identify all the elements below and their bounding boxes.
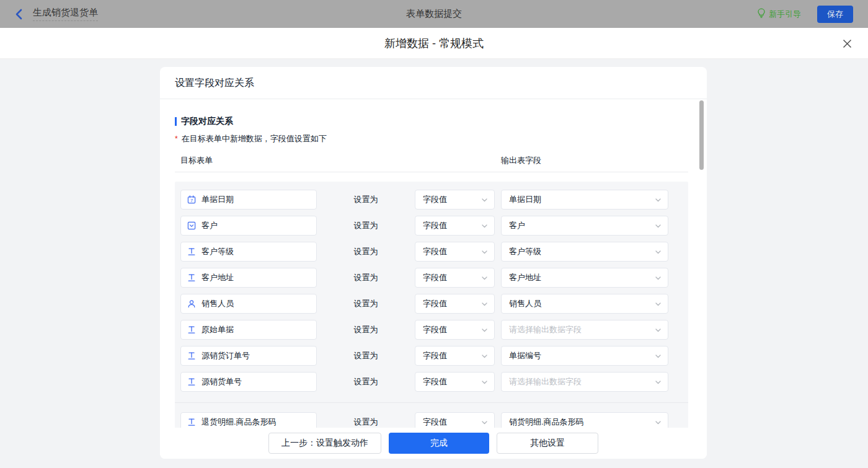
output-field-select[interactable]: 销售人员: [501, 294, 668, 314]
set-as-label: 设置为: [323, 194, 409, 205]
lightbulb-icon: [757, 8, 766, 20]
text-field-icon: [187, 325, 196, 334]
text-field-icon: [187, 418, 196, 426]
calendar-field-icon: 7: [187, 195, 196, 204]
previous-step-button[interactable]: 上一步：设置触发动作: [268, 433, 381, 454]
field-mapping-row: 销售人员 设置为 字段值 销售人员: [180, 294, 668, 314]
output-field-select[interactable]: 销货明细.商品条形码: [501, 412, 668, 428]
scrollbar-thumb[interactable]: [699, 100, 704, 170]
target-field-label: 原始单据: [202, 324, 234, 335]
value-type-select[interactable]: 字段值: [415, 242, 495, 262]
header-divider: [175, 172, 688, 172]
target-field[interactable]: 客户地址: [180, 268, 317, 288]
close-icon: [843, 39, 852, 48]
output-field-select[interactable]: 客户地址: [501, 268, 668, 288]
set-as-label: 设置为: [323, 246, 409, 257]
text-field-icon: [187, 377, 196, 386]
other-settings-button[interactable]: 其他设置: [497, 433, 598, 454]
target-field-label: 客户等级: [202, 246, 234, 257]
dialog-titlebar: 新增数据 - 常规模式: [0, 28, 868, 59]
value-type-value: 字段值: [423, 350, 477, 361]
chevron-down-icon: [655, 275, 662, 281]
value-type-select[interactable]: 字段值: [415, 346, 495, 366]
chevron-down-icon: [655, 196, 662, 203]
value-type-select[interactable]: 字段值: [415, 268, 495, 288]
output-field-select[interactable]: 单据编号: [501, 346, 668, 366]
save-button[interactable]: 保存: [817, 6, 853, 23]
chevron-down-icon: [655, 327, 662, 333]
user-field-icon: [187, 299, 196, 308]
value-type-select[interactable]: 字段值: [415, 372, 495, 392]
field-mapping-row: 客户等级 设置为 字段值 客户等级: [180, 242, 668, 262]
target-field-label: 退货明细.商品条形码: [202, 417, 277, 428]
set-as-label: 设置为: [323, 272, 409, 283]
field-mapping-row: 原始单据 设置为 字段值 请选择输出数据字段: [180, 320, 668, 340]
target-field[interactable]: 客户: [180, 216, 317, 236]
chevron-down-icon: [655, 379, 662, 386]
back-button[interactable]: 生成销货退货单: [15, 7, 98, 21]
target-field[interactable]: 客户等级: [180, 242, 317, 262]
chevron-down-icon: [481, 419, 488, 426]
dialog-body: 设置字段对应关系 字段对应关系 * 在目标表单中新增数据，字段值设置如下 目标表…: [0, 59, 868, 468]
field-mapping-row: 7 单据日期 设置为 字段值 单据日期: [180, 190, 668, 210]
form-name[interactable]: 生成销货退货单: [33, 7, 98, 21]
done-button[interactable]: 完成: [389, 433, 489, 454]
guide-button[interactable]: 新手引导: [757, 8, 801, 20]
field-mapping-row: 源销货订单号 设置为 字段值 单据编号: [180, 346, 668, 366]
column-header-target: 目标表单: [180, 155, 317, 166]
output-field-value: 单据编号: [509, 350, 651, 361]
output-field-value: 请选择输出数据字段: [509, 324, 651, 335]
text-field-icon: [187, 351, 196, 360]
output-field-value: 请选择输出数据字段: [509, 376, 651, 387]
value-type-value: 字段值: [423, 220, 477, 231]
chevron-down-icon: [655, 301, 662, 307]
value-type-value: 字段值: [423, 417, 477, 428]
set-as-label: 设置为: [323, 220, 409, 231]
output-field-select[interactable]: 客户等级: [501, 242, 668, 262]
chevron-down-icon: [655, 419, 662, 426]
output-field-value: 客户等级: [509, 246, 651, 257]
card-footer: 上一步：设置触发动作 完成 其他设置: [160, 428, 707, 459]
topbar: 生成销货退货单 表单数据提交 新手引导 保存: [0, 0, 868, 28]
value-type-select[interactable]: 字段值: [415, 320, 495, 340]
topbar-title: 表单数据提交: [0, 8, 868, 20]
target-field[interactable]: 源销货单号: [180, 372, 317, 392]
set-as-label: 设置为: [323, 417, 409, 428]
field-mapping-card: 设置字段对应关系 字段对应关系 * 在目标表单中新增数据，字段值设置如下 目标表…: [160, 67, 707, 459]
output-field-select[interactable]: 请选择输出数据字段: [501, 372, 668, 392]
value-type-select[interactable]: 字段值: [415, 412, 495, 428]
chevron-down-icon: [481, 196, 488, 203]
section-marker: [175, 117, 177, 126]
chevron-down-icon: [481, 379, 488, 386]
output-field-select[interactable]: 请选择输出数据字段: [501, 320, 668, 340]
chevron-down-icon: [655, 353, 662, 360]
target-field-label: 源销货单号: [202, 376, 242, 387]
value-type-value: 字段值: [423, 324, 477, 335]
close-button[interactable]: [842, 38, 852, 48]
target-field[interactable]: 销售人员: [180, 294, 317, 314]
target-field[interactable]: 退货明细.商品条形码: [180, 412, 317, 428]
output-field-value: 客户: [509, 220, 651, 231]
chevron-down-icon: [481, 327, 488, 333]
chevron-down-icon: [481, 353, 488, 360]
guide-label: 新手引导: [769, 9, 801, 20]
value-type-value: 字段值: [423, 246, 477, 257]
value-type-value: 字段值: [423, 376, 477, 387]
value-type-select[interactable]: 字段值: [415, 190, 495, 210]
target-field-label: 客户: [202, 220, 218, 231]
section-description: 在目标表单中新增数据，字段值设置如下: [182, 133, 327, 144]
target-field[interactable]: 源销货订单号: [180, 346, 317, 366]
value-type-select[interactable]: 字段值: [415, 216, 495, 236]
value-type-select[interactable]: 字段值: [415, 294, 495, 314]
target-field[interactable]: 7 单据日期: [180, 190, 317, 210]
group-divider: [175, 402, 688, 403]
output-field-value: 销货明细.商品条形码: [509, 417, 651, 428]
value-type-value: 字段值: [423, 272, 477, 283]
target-field-label: 客户地址: [202, 272, 234, 283]
output-field-select[interactable]: 客户: [501, 216, 668, 236]
target-field[interactable]: 原始单据: [180, 320, 317, 340]
chevron-down-icon: [481, 275, 488, 281]
dialog-title: 新增数据 - 常规模式: [384, 36, 484, 51]
output-field-select[interactable]: 单据日期: [501, 190, 668, 210]
card-body: 字段对应关系 * 在目标表单中新增数据，字段值设置如下 目标表单 输出表字段 7…: [160, 99, 707, 428]
